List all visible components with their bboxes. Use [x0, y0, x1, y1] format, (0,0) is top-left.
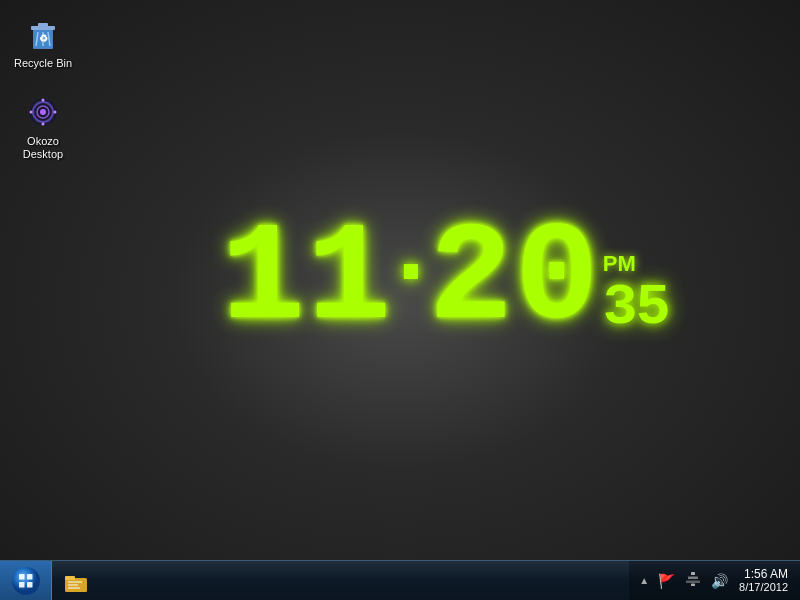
- svg-rect-30: [686, 581, 700, 584]
- tray-flag-icon[interactable]: 🚩: [655, 571, 678, 591]
- svg-point-15: [42, 123, 45, 126]
- svg-rect-21: [27, 582, 33, 588]
- tray-network-icon[interactable]: [682, 569, 704, 592]
- tray-time: 1:56 AM: [744, 567, 788, 581]
- svg-rect-29: [688, 577, 698, 580]
- start-button[interactable]: [0, 561, 52, 601]
- svg-point-13: [42, 99, 45, 102]
- svg-rect-28: [691, 572, 695, 575]
- clock-hours: 11: [221, 210, 393, 350]
- tray-date: 8/17/2012: [739, 581, 788, 594]
- svg-rect-26: [68, 584, 78, 586]
- clock-ampm: PM: [603, 253, 669, 275]
- svg-rect-19: [27, 574, 33, 580]
- clock-colon-separator: ·: [397, 220, 425, 340]
- taskbar-icons-area: [52, 563, 629, 599]
- svg-rect-31: [691, 584, 695, 587]
- tray-volume-icon[interactable]: 🔊: [708, 571, 731, 591]
- svg-rect-18: [19, 574, 25, 580]
- okozo-icon[interactable]: Okozo Desktop: [8, 88, 78, 165]
- recycle-bin-icon[interactable]: ♻ Recycle Bin: [8, 10, 78, 74]
- svg-text:♻: ♻: [39, 33, 48, 44]
- svg-point-16: [30, 111, 33, 114]
- svg-rect-20: [19, 582, 25, 588]
- taskbar: ▲ 🚩 🔊 1:56 AM 8/17/2012: [0, 560, 800, 600]
- okozo-image: [23, 92, 63, 132]
- clock-minutes: 20: [429, 210, 601, 350]
- svg-point-17: [12, 567, 40, 595]
- svg-point-14: [54, 111, 57, 114]
- clock-seconds: 35: [603, 279, 669, 337]
- tray-show-hidden[interactable]: ▲: [637, 573, 651, 588]
- recycle-bin-image: ♻: [23, 14, 63, 54]
- svg-point-12: [40, 109, 46, 115]
- okozo-label: Okozo Desktop: [23, 135, 63, 161]
- system-tray: ▲ 🚩 🔊 1:56 AM 8/17/2012: [629, 561, 800, 601]
- tray-clock[interactable]: 1:56 AM 8/17/2012: [735, 567, 792, 595]
- taskbar-file-explorer[interactable]: [56, 563, 96, 599]
- svg-rect-25: [68, 581, 82, 583]
- clock-seconds-block: PM 35: [603, 215, 669, 345]
- clock-display: 11 · 20 PM 35: [221, 210, 668, 350]
- svg-rect-3: [38, 23, 48, 27]
- digital-clock: 11 · 20 PM 35: [221, 210, 668, 350]
- svg-rect-27: [68, 587, 80, 589]
- desktop: ♻ Recycle Bin Okozo Deskt: [0, 0, 800, 560]
- recycle-bin-label: Recycle Bin: [14, 57, 72, 70]
